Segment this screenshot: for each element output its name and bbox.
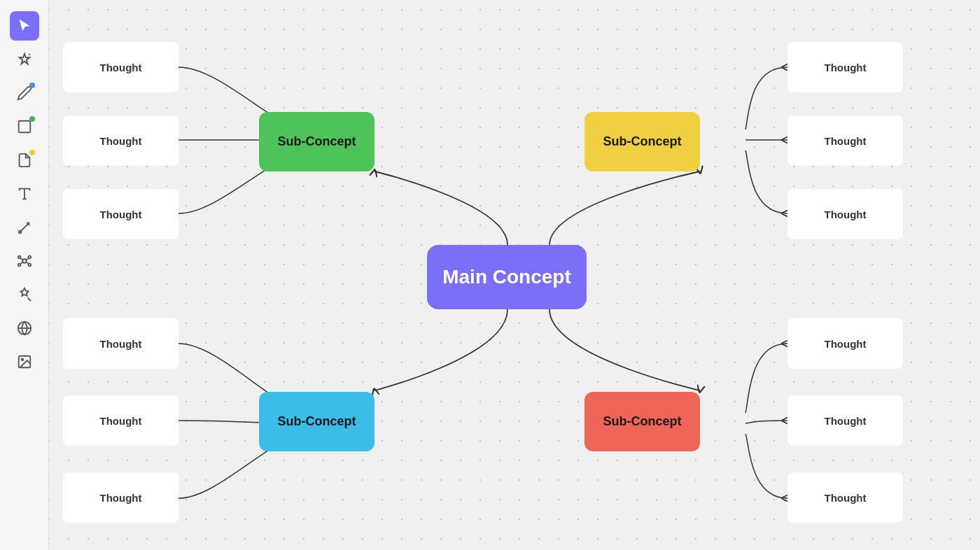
text-tool[interactable] [10, 179, 39, 209]
thought-label: Thought [825, 135, 867, 147]
thought-label: Thought [100, 338, 142, 350]
image-tool[interactable] [10, 347, 39, 376]
sub-concept-br[interactable]: Sub-Concept [584, 392, 700, 451]
sub-concept-tr-label: Sub-Concept [603, 134, 682, 149]
globe-tool[interactable] [10, 313, 39, 343]
thought-label: Thought [825, 415, 867, 427]
thought-label: Thought [825, 338, 867, 350]
thought-right-top-2[interactable]: Thought [788, 115, 903, 166]
sub-concept-tr[interactable]: Sub-Concept [584, 112, 700, 171]
thought-left-top-3[interactable]: Thought [63, 189, 178, 239]
thought-label: Thought [100, 492, 142, 504]
mind-map-canvas[interactable]: Main Concept Sub-Concept Sub-Concept Sub… [49, 0, 980, 550]
thought-right-top-1[interactable]: Thought [788, 42, 903, 92]
thought-left-bot-1[interactable]: Thought [63, 318, 178, 369]
main-concept-label: Main Concept [442, 266, 571, 288]
thought-left-top-2[interactable]: Thought [63, 115, 178, 166]
thought-label: Thought [825, 209, 867, 220]
shape-dot [29, 116, 35, 122]
cursor-tool[interactable] [10, 11, 39, 41]
pen-tool[interactable] [10, 78, 39, 108]
thought-label: Thought [100, 135, 142, 147]
svg-line-8 [20, 258, 23, 260]
main-concept-node[interactable]: Main Concept [427, 245, 587, 309]
thought-left-bot-3[interactable]: Thought [63, 472, 178, 523]
pen-dot [29, 83, 35, 88]
svg-line-9 [26, 258, 29, 260]
thought-left-bot-2[interactable]: Thought [63, 395, 178, 446]
ai-tool[interactable] [10, 45, 39, 74]
sub-concept-bl[interactable]: Sub-Concept [259, 392, 374, 451]
sticky-dot [29, 150, 35, 155]
svg-line-10 [20, 262, 23, 264]
mindmap-tool[interactable] [10, 246, 39, 276]
svg-line-12 [27, 298, 31, 302]
svg-line-11 [26, 262, 29, 264]
svg-point-16 [21, 358, 23, 360]
thought-right-bot-3[interactable]: Thought [788, 472, 903, 523]
thought-label: Thought [100, 209, 142, 220]
sidebar [0, 0, 49, 550]
svg-point-4 [18, 256, 20, 259]
thought-label: Thought [825, 62, 867, 73]
sub-concept-bl-label: Sub-Concept [278, 414, 356, 429]
sub-concept-br-label: Sub-Concept [603, 414, 682, 429]
sub-concept-tl[interactable]: Sub-Concept [259, 112, 374, 171]
svg-point-6 [18, 264, 20, 267]
svg-point-5 [28, 256, 31, 259]
svg-point-7 [28, 264, 31, 267]
thought-right-bot-2[interactable]: Thought [788, 395, 903, 446]
thought-left-top-1[interactable]: Thought [63, 42, 178, 92]
sub-concept-tl-label: Sub-Concept [278, 134, 356, 149]
thought-label: Thought [825, 492, 867, 504]
svg-rect-0 [18, 121, 30, 133]
thought-label: Thought [100, 415, 142, 427]
shape-tool[interactable] [10, 112, 39, 141]
thought-right-top-3[interactable]: Thought [788, 189, 903, 239]
thought-right-bot-1[interactable]: Thought [788, 318, 903, 369]
connector-tool[interactable] [10, 213, 39, 242]
svg-point-2 [18, 231, 21, 234]
sticky-tool[interactable] [10, 146, 39, 175]
thought-label: Thought [100, 62, 142, 73]
magic-tool[interactable] [10, 280, 39, 309]
